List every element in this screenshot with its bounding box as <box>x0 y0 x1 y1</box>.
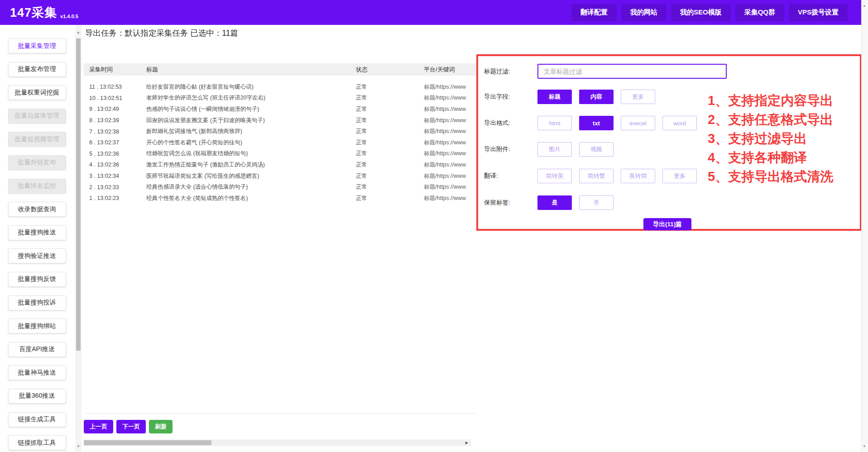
sidebar-item[interactable]: 搜狗验证推送 <box>8 248 66 263</box>
export-attachment-option[interactable]: 视频 <box>579 142 614 157</box>
sidebar-item[interactable]: 批量外链发布 <box>8 155 66 170</box>
nav-item[interactable]: VPS拨号设置 <box>789 4 848 21</box>
nav-item[interactable]: 我的网站 <box>621 4 667 21</box>
sidebar-item[interactable]: 批量搜狗绑站 <box>8 319 66 333</box>
page-scroll-down-icon[interactable]: ▼ <box>863 444 866 448</box>
export-attachment-row: 导出附件: 图片 视频 <box>484 142 614 157</box>
next-page-button[interactable]: 下一页 <box>116 420 146 433</box>
table-row[interactable]: 5 . 13:02:36 结婚祝贺词怎么说 (祝福朋友结婚的短句) 正常 标题/… <box>84 148 476 160</box>
sidebar-item[interactable]: 批量采集管理 <box>8 38 66 53</box>
export-format-label: 导出格式: <box>484 119 537 127</box>
cell-status: 正常 <box>356 195 424 202</box>
translate-option[interactable]: 更多 <box>662 169 697 183</box>
table-horizontal-scrollbar[interactable]: ▶ <box>84 439 471 446</box>
table-row[interactable]: 4 . 13:02:36 激发工作热情正能量句子 (激励员工的心灵鸡汤) 正常 … <box>84 159 476 171</box>
translate-option[interactable]: 简转英 <box>537 169 572 183</box>
table-row[interactable]: 9 . 13:02:49 伤感的句子说说心情 (一瞬间情绪崩溃的句子) 正常 标… <box>84 104 476 115</box>
nav-item[interactable]: 翻译配置 <box>571 4 617 21</box>
table-row[interactable]: 6 . 13:02:37 开心的个性签名霸气 (开心简短的佳句) 正常 标题/h… <box>84 137 476 148</box>
export-fields-row: 导出字段: 标题 内容 更多 <box>484 90 655 104</box>
table-row[interactable]: 8 . 13:02:39 回家的说说发朋友圈文案 (关于归途的唯美句子) 正常 … <box>84 115 476 126</box>
cell-time: 1 . 13:02:23 <box>84 195 146 201</box>
export-attachment-option[interactable]: 图片 <box>537 142 572 157</box>
table-row[interactable]: 11 . 13:02:53 给好友留言的随心贴 (好友留言短句暖心话) 正常 标… <box>84 81 476 93</box>
export-field-option[interactable]: 标题 <box>537 90 572 104</box>
table-row[interactable]: 10 . 13:02:51 老师对学生的评语怎么写 (班主任评语20字左右) 正… <box>84 93 476 104</box>
scroll-up-icon[interactable]: ▲ <box>77 30 80 34</box>
cell-time: 9 . 13:02:49 <box>84 106 146 112</box>
cell-title: 激发工作热情正能量句子 (激励员工的心灵鸡汤) <box>146 161 356 169</box>
translate-row: 翻译: 简转英 简转繁 英转简 更多 <box>484 169 697 183</box>
sidebar-item[interactable]: 链接生成工具 <box>8 412 66 427</box>
export-format-option[interactable]: html <box>537 116 572 130</box>
export-format-option[interactable]: execel <box>621 116 655 130</box>
column-header-title: 标题 <box>146 66 356 74</box>
annotation-line: 3、支持过滤导出 <box>708 129 833 148</box>
keep-tags-option[interactable]: 是 <box>537 195 572 210</box>
sidebar-item[interactable]: 批量发布管理 <box>8 62 66 77</box>
nav-item[interactable]: 采集QQ群 <box>735 4 784 21</box>
translate-option[interactable]: 英转简 <box>621 169 655 183</box>
cell-status: 正常 <box>356 105 424 113</box>
sidebar-item[interactable]: 批量短视频管理 <box>8 132 66 147</box>
translate-option[interactable]: 简转繁 <box>579 169 614 183</box>
sidebar-item[interactable]: 批量神马推送 <box>8 365 66 380</box>
cell-status: 正常 <box>356 128 424 135</box>
sidebar-item[interactable]: 批量权重词挖掘 <box>8 85 66 100</box>
sidebar-item[interactable]: 批量排名监控 <box>8 179 66 194</box>
sidebar-item[interactable]: 批量360推送 <box>8 389 66 404</box>
cell-platform: 标题/https://www <box>424 183 476 191</box>
sidebar-item[interactable]: 批量搜狗推送 <box>8 225 66 240</box>
table-row[interactable]: 7 . 13:02:38 新郎婚礼贺词接地气 (新郎高情商致辞) 正常 标题/h… <box>84 126 476 137</box>
scroll-down-icon[interactable]: ▼ <box>77 444 80 448</box>
page-scroll-up-icon[interactable]: ▲ <box>863 4 866 8</box>
sidebar-item[interactable]: 批量搜狗反馈 <box>8 272 66 287</box>
cell-platform: 标题/https://www <box>424 172 476 180</box>
sidebar-item[interactable]: 链接抓取工具 <box>8 435 66 450</box>
cell-time: 4 . 13:02:36 <box>84 162 146 168</box>
pagination: 上一页 下一页 刷新 <box>84 420 173 433</box>
sidebar-item[interactable]: 收录数据查询 <box>8 202 66 217</box>
sidebar-item[interactable]: 百度API推送 <box>8 342 66 357</box>
title-filter-input[interactable] <box>537 64 727 79</box>
export-field-option[interactable]: 更多 <box>621 90 655 104</box>
refresh-button[interactable]: 刷新 <box>149 420 173 433</box>
export-field-option[interactable]: 内容 <box>579 90 614 104</box>
pagination-divider <box>84 413 476 414</box>
table-row[interactable]: 3 . 13:02:34 医师节祝福语简短文案 (写给医生的感恩赠言) 正常 标… <box>84 171 476 182</box>
cell-title: 结婚祝贺词怎么说 (祝福朋友结婚的短句) <box>146 150 356 157</box>
cell-time: 7 . 13:02:38 <box>84 128 146 135</box>
keep-tags-option[interactable]: 否 <box>579 195 614 210</box>
table-row[interactable]: 2 . 13:02:33 经典伤感语录大全 (适合心情低落的句子) 正常 标题/… <box>84 181 476 193</box>
sidebar-item[interactable]: 批量自媒体管理 <box>8 109 66 124</box>
sidebar-item[interactable]: 批量搜狗投诉 <box>8 295 66 310</box>
scroll-right-icon[interactable]: ▶ <box>465 441 468 445</box>
annotation-line: 4、支持各种翻译 <box>708 148 833 167</box>
keep-tags-row: 保留标签: 是 否 <box>484 195 614 210</box>
cell-title: 开心的个性签名霸气 (开心简短的佳句) <box>146 139 356 147</box>
cell-time: 2 . 13:02:33 <box>84 184 146 190</box>
annotation-line: 1、支持指定内容导出 <box>708 91 833 110</box>
vertical-scrollbar-thumb[interactable] <box>76 38 81 351</box>
table-row[interactable]: 1 . 13:02:23 经典个性签名大全 (简短成熟的个性签名) 正常 标题/… <box>84 193 476 204</box>
prev-page-button[interactable]: 上一页 <box>84 420 113 433</box>
export-format-option[interactable]: word <box>662 116 697 130</box>
export-format-options: html txt execel word <box>537 116 697 130</box>
keep-tags-options: 是 否 <box>537 195 614 210</box>
cell-status: 正常 <box>356 161 424 169</box>
export-button[interactable]: 导出(11)篇 <box>643 218 691 230</box>
collection-table: 采集时间 标题 状态 平台/关键词 11 . 13:02:53 给好友留言的随心… <box>84 63 476 204</box>
cell-status: 正常 <box>356 94 424 102</box>
horizontal-scrollbar-thumb[interactable] <box>84 440 211 445</box>
cell-title: 老师对学生的评语怎么写 (班主任评语20字左右) <box>146 94 356 102</box>
translate-label: 翻译: <box>484 172 537 180</box>
cell-title: 经典个性签名大全 (简短成熟的个性签名) <box>146 195 356 202</box>
export-format-option[interactable]: txt <box>579 116 614 130</box>
annotation-notes: 1、支持指定内容导出 2、支持任意格式导出 3、支持过滤导出 4、支持各种翻译 … <box>708 91 833 186</box>
nav-item[interactable]: 我的SEO模版 <box>671 4 731 21</box>
app-header: 147采集 v1.4.0.5 翻译配置 我的网站 我的SEO模版 采集QQ群 V… <box>0 0 861 25</box>
translate-options: 简转英 简转繁 英转简 更多 <box>537 169 697 183</box>
main-vertical-scrollbar[interactable]: ▲ ▼ <box>75 25 82 452</box>
cell-platform: 标题/https://www <box>424 83 476 91</box>
page-vertical-scrollbar[interactable]: ▲ ▼ <box>861 0 868 452</box>
